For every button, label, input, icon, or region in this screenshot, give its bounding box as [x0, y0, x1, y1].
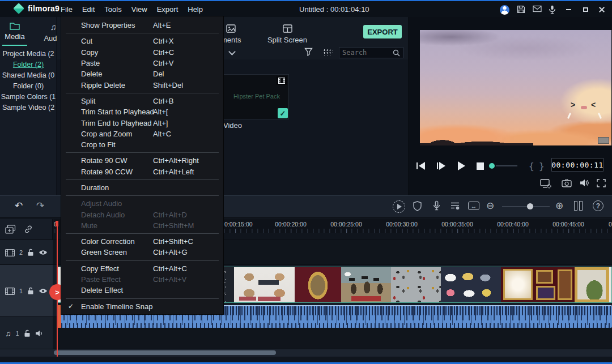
timeline-zoom-handle[interactable] — [527, 203, 533, 209]
menu-item-trim-start[interactable]: Trim Start to PlayheadAlt+[ — [61, 106, 223, 117]
menu-item-crop-and-zoom[interactable]: Crop and ZoomAlt+C — [61, 129, 223, 139]
menu-item-copy-effect[interactable]: Copy EffectCtrl+Alt+C — [61, 263, 223, 274]
menu-item-show-properties[interactable]: Show PropertiesAlt+E — [61, 20, 223, 31]
menu-bar: File Edit Tools View Export Help — [61, 1, 203, 17]
filmora-app: filmora9 File Edit Tools View Export Hel… — [0, 0, 612, 364]
mail-icon[interactable] — [533, 5, 542, 12]
clip-segment — [575, 267, 612, 302]
sidebar-item-project-media[interactable]: Project Media (2 — [0, 49, 57, 59]
mark-in-icon[interactable]: { — [529, 161, 534, 172]
redo-icon[interactable]: ↷ — [36, 200, 44, 212]
account-avatar[interactable] — [500, 5, 509, 15]
horizontal-scrollbar[interactable] — [0, 349, 612, 357]
mark-out-icon[interactable]: } — [539, 161, 545, 172]
tab-elements-partial[interactable]: ments — [221, 24, 241, 44]
add-media-to-track-icon[interactable] — [5, 225, 16, 234]
menu-item-delete[interactable]: DeleteDel — [61, 68, 223, 79]
sidebar-item-shared-media[interactable]: Shared Media (0 — [0, 70, 57, 81]
sidebar-item-sample-video[interactable]: Sample Video (2 — [0, 102, 57, 113]
zoom-out-icon[interactable]: ⊖ — [486, 200, 494, 212]
menu-item-split[interactable]: SplitCtrl+B — [61, 96, 223, 106]
menu-view[interactable]: View — [131, 5, 147, 14]
menu-tools[interactable]: Tools — [104, 5, 121, 14]
eye-icon[interactable] — [39, 250, 48, 255]
preview-secondary-controls — [409, 177, 612, 192]
export-button[interactable]: EXPORT — [363, 25, 402, 38]
voiceover-mic-icon[interactable] — [433, 200, 440, 211]
next-frame-button[interactable] — [437, 162, 445, 170]
track-manager-icon[interactable] — [574, 201, 583, 211]
menu-file[interactable]: File — [61, 5, 73, 14]
checkmark-icon[interactable]: ✓ — [278, 108, 288, 118]
mic-icon[interactable] — [549, 5, 556, 14]
audio-mixer-icon[interactable] — [450, 202, 460, 210]
search-box — [339, 47, 403, 58]
speaker-icon[interactable] — [35, 330, 44, 337]
video-track-icon — [5, 288, 15, 295]
search-icon[interactable] — [393, 49, 400, 57]
menu-item-cut[interactable]: CutCtrl+X — [61, 36, 223, 46]
menu-item-duration[interactable]: Duration — [61, 182, 223, 193]
grid-view-icon[interactable] — [323, 49, 333, 55]
active-tab-underline — [2, 45, 27, 46]
lock-icon[interactable] — [27, 249, 34, 256]
tab-split-screen-label: Split Screen — [267, 36, 307, 44]
eye-icon[interactable] — [39, 288, 48, 294]
render-preview-icon[interactable] — [393, 200, 405, 213]
menu-edit[interactable]: Edit — [82, 5, 95, 14]
media-thumbnail-hipster-pet-pack[interactable]: Hipster Pet Pack ✓ — [223, 74, 289, 119]
track-header-video-1: 1 — [0, 265, 53, 317]
menu-item-paste[interactable]: PasteCtrl+V — [61, 58, 223, 68]
help-icon[interactable]: ? — [593, 200, 604, 211]
lock-icon[interactable] — [27, 287, 34, 295]
search-input[interactable] — [342, 49, 390, 57]
ruler-label: 00:00:35:00 — [441, 221, 473, 228]
menu-item-rotate-90-ccw[interactable]: Rotate 90 CCWCtrl+Alt+Left — [61, 166, 223, 177]
menu-item-color-correction[interactable]: Color CorrectionCtrl+Shift+C — [61, 236, 223, 247]
track-number: 1 — [19, 288, 23, 294]
menu-separator — [66, 179, 219, 180]
image-icon — [226, 24, 236, 33]
sidebar-item-folder-0[interactable]: Folder (0) — [0, 81, 57, 92]
undo-icon[interactable]: ↶ — [15, 200, 23, 212]
tab-elements-label: ments — [221, 36, 241, 44]
close-button[interactable] — [594, 1, 609, 18]
menu-item-green-screen[interactable]: Green ScreenCtrl+Alt+G — [61, 247, 223, 258]
link-clips-icon[interactable] — [24, 225, 33, 234]
previous-frame-button[interactable] — [416, 162, 425, 170]
lock-icon[interactable] — [24, 329, 31, 337]
menu-item-ripple-delete[interactable]: Ripple DeleteShift+Del — [61, 79, 223, 90]
maximize-button[interactable] — [578, 1, 593, 18]
menu-item-copy[interactable]: CopyCtrl+C — [61, 47, 223, 58]
chevron-down-icon[interactable] — [228, 48, 236, 55]
menu-item-delete-effect[interactable]: Delete Effect — [61, 285, 223, 296]
display-settings-icon[interactable] — [540, 179, 551, 189]
clip-segment — [234, 267, 295, 302]
fullscreen-icon[interactable] — [597, 179, 606, 187]
cat-nose — [581, 106, 587, 109]
sidebar-item-folder-2[interactable]: Folder (2) — [0, 59, 57, 70]
menu-help[interactable]: Help — [188, 5, 203, 14]
menu-export[interactable]: Export — [157, 5, 178, 14]
save-icon[interactable] — [517, 5, 525, 14]
snapshot-camera-icon[interactable] — [562, 179, 572, 187]
play-button[interactable] — [458, 161, 465, 170]
zoom-to-fit-icon[interactable]: ↔ — [468, 202, 479, 210]
stop-button[interactable] — [477, 162, 484, 170]
zoom-in-icon[interactable]: ⊕ — [555, 200, 563, 212]
timeline-zoom-slider[interactable] — [502, 206, 550, 207]
sidebar-item-sample-colors[interactable]: Sample Colors (1 — [0, 92, 57, 102]
tab-split-screen[interactable]: Split Screen — [262, 24, 313, 44]
volume-slider[interactable] — [489, 163, 517, 169]
marker-shield-icon[interactable] — [413, 201, 422, 211]
scrollbar-thumb[interactable] — [54, 350, 276, 355]
filmstrip-icon — [277, 76, 287, 85]
sidebar-tab-media[interactable]: Media — [2, 22, 27, 46]
menu-item-crop-to-fit[interactable]: Crop to Fit — [61, 139, 223, 150]
menu-item-rotate-90-cw[interactable]: Rotate 90 CWCtrl+Alt+Right — [61, 155, 223, 166]
minimize-button[interactable] — [561, 1, 576, 18]
filter-icon[interactable] — [304, 48, 313, 56]
menu-item-enable-timeline-snap[interactable]: ✓Enable Timeline Snap — [61, 301, 223, 312]
menu-item-trim-end[interactable]: Trim End to PlayheadAlt+] — [61, 117, 223, 128]
speaker-icon[interactable] — [580, 179, 589, 187]
